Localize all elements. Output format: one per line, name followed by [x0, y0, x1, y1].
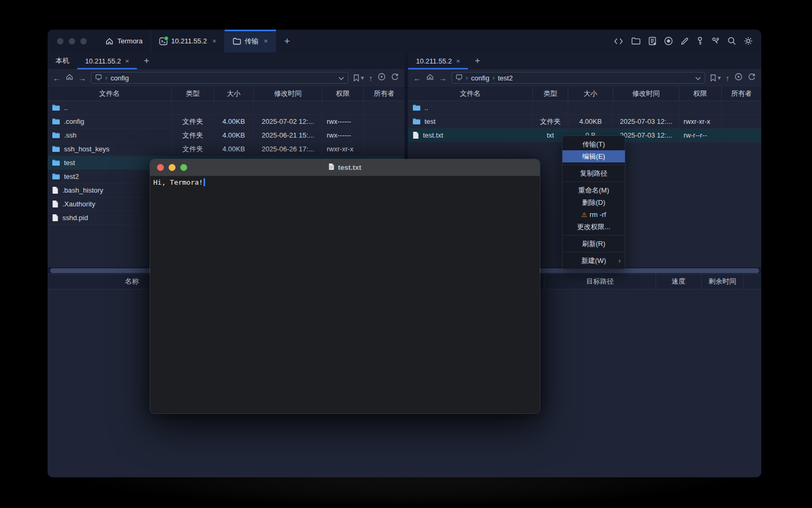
record-icon[interactable]: [664, 37, 673, 46]
tab-transfer[interactable]: 传输 ×: [224, 30, 276, 52]
file-name: test2: [64, 173, 79, 180]
editor-titlebar[interactable]: test.txt: [150, 159, 540, 176]
editor-title: test.txt: [150, 163, 540, 172]
menu-item-delete[interactable]: 删除(D): [562, 196, 625, 208]
home-icon[interactable]: [66, 73, 73, 83]
show-hidden-icon[interactable]: [377, 72, 386, 83]
path-segment[interactable]: config: [471, 74, 490, 82]
bookmark-button[interactable]: ▾: [353, 74, 364, 82]
left-new-tab-button[interactable]: +: [137, 52, 156, 69]
chevron-down-icon[interactable]: [695, 74, 701, 82]
left-tab-remote[interactable]: 10.211.55.2 ×: [77, 52, 137, 69]
submenu-arrow-icon: ›: [619, 257, 621, 265]
pencil-icon[interactable]: [680, 37, 689, 46]
tab-ssh-session[interactable]: 10.211.55.2 ×: [151, 30, 224, 52]
warning-icon: ⚠: [582, 211, 587, 219]
keychain-icon[interactable]: [711, 37, 720, 46]
tab-label: Termora: [117, 37, 143, 45]
path-segment[interactable]: config: [110, 74, 129, 82]
refresh-icon[interactable]: [391, 72, 399, 83]
table-row[interactable]: ..: [48, 101, 404, 115]
left-pathbar: ← → › config ▾ ↑: [48, 70, 404, 86]
column-header[interactable]: 目标路径: [545, 274, 656, 289]
home-icon[interactable]: [426, 73, 434, 83]
traffic-lights[interactable]: [48, 30, 97, 52]
zoom-window-button[interactable]: [80, 38, 87, 44]
close-tab-icon[interactable]: ×: [212, 37, 216, 45]
file-name: ssh_host_keys: [64, 145, 109, 153]
caret-down-icon: ▾: [361, 74, 364, 81]
chevron-down-icon[interactable]: [338, 74, 344, 82]
tab-label: 传输: [245, 37, 259, 46]
left-path-field[interactable]: › config: [91, 72, 348, 84]
minimize-window-button[interactable]: [169, 164, 176, 171]
right-new-tab-button[interactable]: +: [468, 52, 487, 69]
column-header[interactable]: 大小: [214, 86, 254, 101]
close-tab-icon[interactable]: ×: [264, 37, 268, 45]
forward-icon[interactable]: →: [78, 74, 86, 82]
menu-item-rm-rf[interactable]: ⚠ rm -rf: [562, 208, 625, 221]
table-row[interactable]: .ssh 文件夹4.00KB2025-06-21 15:...rwx------: [48, 129, 404, 142]
refresh-icon[interactable]: [748, 72, 756, 83]
column-header[interactable]: 权限: [322, 86, 364, 101]
file-name: .Xauthority: [62, 200, 95, 208]
path-segment[interactable]: test2: [498, 74, 513, 82]
file-icon: [412, 131, 419, 139]
menu-item-rename[interactable]: 重命名(M): [562, 184, 625, 196]
menu-item-transfer[interactable]: 传输(T): [562, 138, 625, 150]
folder-icon: [52, 173, 60, 180]
column-header[interactable]: 修改时间: [613, 86, 679, 101]
column-header[interactable]: 所有者: [722, 86, 761, 101]
left-tab-local[interactable]: 本机: [48, 52, 77, 69]
column-header[interactable]: 文件名: [408, 86, 533, 101]
menu-item-new[interactable]: 新建(W) ›: [562, 255, 625, 267]
table-row[interactable]: .config 文件夹4.00KB2025-07-02 12:...rwx---…: [48, 115, 404, 129]
menu-item-copy-path[interactable]: 复制路径: [562, 167, 625, 179]
menu-item-change-permissions[interactable]: 更改权限...: [562, 221, 625, 233]
column-header[interactable]: 权限: [679, 86, 722, 101]
log-icon[interactable]: [648, 37, 657, 46]
column-header[interactable]: 大小: [568, 86, 613, 101]
upload-icon[interactable]: ↑: [726, 74, 730, 82]
menu-item-edit[interactable]: 编辑(E): [562, 150, 625, 162]
tab-label: 10.211.55.2: [171, 37, 207, 45]
upload-icon[interactable]: ↑: [369, 74, 373, 82]
zoom-window-button[interactable]: [180, 164, 187, 171]
column-header[interactable]: 速度: [656, 274, 702, 289]
back-icon[interactable]: ←: [413, 74, 421, 82]
minimize-window-button[interactable]: [69, 38, 75, 44]
tab-termora-home[interactable]: Termora: [97, 30, 151, 52]
right-tab-remote[interactable]: 10.211.55.2 ×: [408, 52, 468, 69]
right-path-field[interactable]: › config › test2: [451, 72, 705, 84]
table-row[interactable]: ssh_host_keys 文件夹4.00KB2025-06-26 17:...…: [48, 142, 404, 156]
editor-traffic-lights[interactable]: [150, 164, 187, 171]
table-row[interactable]: ..: [408, 101, 761, 115]
editor-content[interactable]: Hi, Termora!: [150, 176, 540, 413]
key-icon[interactable]: [696, 37, 704, 46]
new-tab-button[interactable]: +: [276, 30, 299, 52]
code-icon[interactable]: [613, 37, 624, 46]
column-header[interactable]: 类型: [172, 86, 214, 101]
column-header[interactable]: 剩余时间: [702, 274, 744, 289]
back-icon[interactable]: ←: [53, 74, 61, 82]
menu-item-refresh[interactable]: 刷新(R): [562, 238, 625, 250]
column-header[interactable]: 修改时间: [254, 86, 322, 101]
close-tab-icon[interactable]: ×: [125, 57, 130, 65]
close-window-button[interactable]: [157, 164, 164, 171]
close-tab-icon[interactable]: ×: [456, 57, 460, 65]
close-window-button[interactable]: [57, 38, 63, 44]
forward-icon[interactable]: →: [439, 74, 447, 82]
search-icon[interactable]: [727, 37, 736, 46]
table-row[interactable]: test 文件夹4.00KB2025-07-03 12:...rwxr-xr-x: [408, 115, 761, 129]
context-menu: 传输(T) 编辑(E) 复制路径 重命名(M) 删除(D) ⚠ rm -rf 更…: [562, 135, 625, 269]
column-header[interactable]: 所有者: [364, 86, 404, 101]
computer-icon: [456, 74, 463, 82]
settings-icon[interactable]: [744, 37, 753, 46]
file-name: test: [64, 159, 75, 167]
show-hidden-icon[interactable]: [734, 72, 743, 83]
column-header[interactable]: 文件名: [48, 86, 172, 101]
column-header[interactable]: 类型: [533, 86, 568, 101]
folder-icon[interactable]: [631, 37, 641, 45]
menu-separator: [562, 252, 625, 252]
bookmark-button[interactable]: ▾: [710, 74, 721, 82]
